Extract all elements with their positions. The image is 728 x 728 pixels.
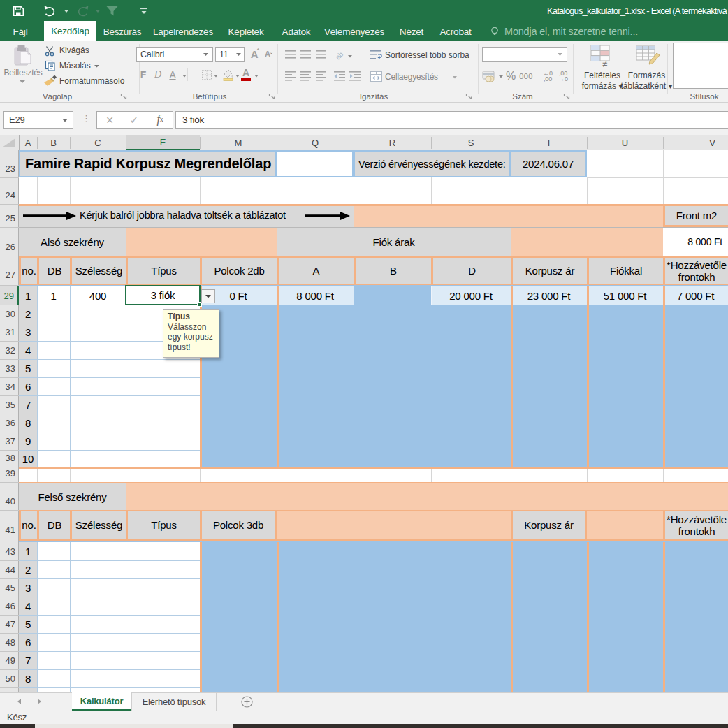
svg-text:≠: ≠ — [602, 59, 607, 68]
svg-text:ab: ab — [334, 50, 345, 61]
